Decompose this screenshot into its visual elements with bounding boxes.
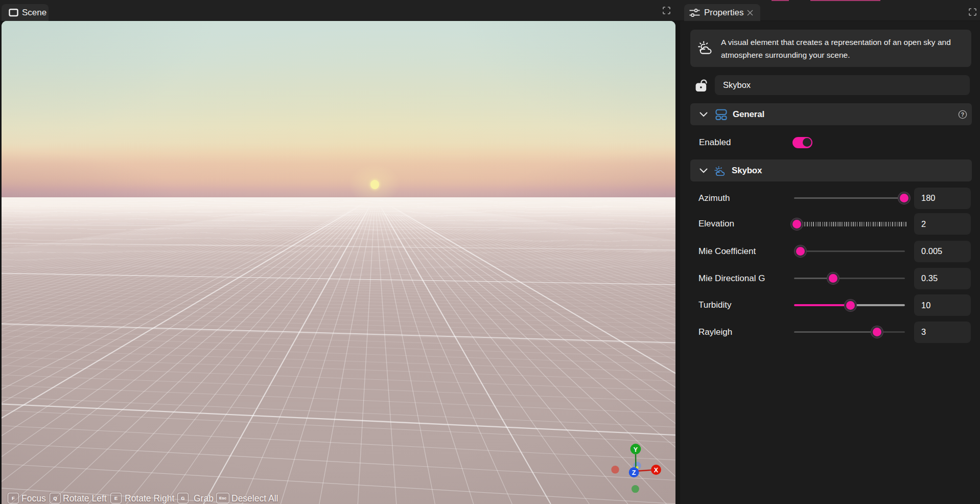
svg-text:X: X [654,467,659,474]
svg-text:?: ? [961,111,964,117]
svg-text:Y: Y [634,446,638,453]
svg-text:Z: Z [632,469,636,476]
